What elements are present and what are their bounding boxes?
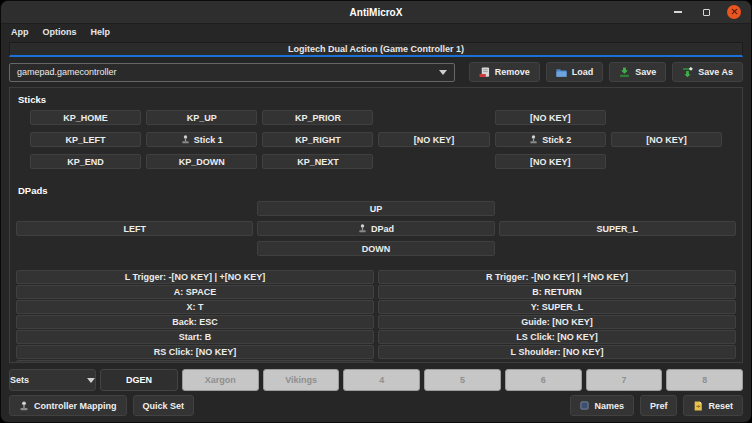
dpad-button[interactable]: DPad [257,221,494,236]
sticks-section-label: Sticks [18,94,737,105]
antimicrox-window: AntiMicroX App Options Help Logitech Dua… [0,0,752,423]
quick-set-label: Quick Set [143,401,185,411]
chevron-down-icon [439,70,447,75]
stick1-up-right-button[interactable]: KP_PRIOR [262,110,373,125]
maximize-icon [703,9,710,16]
stick1-down-button[interactable]: KP_DOWN [146,154,257,169]
stick2-down-button[interactable]: [NO KEY] [495,154,606,169]
close-icon [727,5,741,19]
footer-bar: Controller Mapping Quick Set Names Pref … [9,395,743,416]
menu-app[interactable]: App [4,27,36,37]
save-as-button[interactable]: Save As [672,62,743,82]
set-tab-6[interactable]: 6 [505,369,582,391]
guide-button[interactable]: Guide: [NO KEY] [378,315,736,329]
stick1-down-left-button[interactable]: KP_END [30,154,141,169]
reset-label: Reset [708,401,733,411]
controller-tab-bar: Logitech Dual Action (Game Controller 1) [1,39,751,57]
sets-dropdown-label: Sets [10,375,29,385]
r-trigger-button[interactable]: R Trigger: -[NO KEY] | +[NO KEY] [378,270,736,284]
save-download-icon [619,67,630,78]
dpad-up-button[interactable]: UP [257,201,494,216]
stick1-button[interactable]: Stick 1 [146,132,257,147]
stick1-left-button[interactable]: KP_LEFT [30,132,141,147]
l-shoulder-button[interactable]: L Shoulder: [NO KEY] [378,345,736,359]
profile-combobox-value: gamepad.gamecontroller [17,67,117,77]
menu-options[interactable]: Options [36,27,84,37]
stick2-button-label: Stick 2 [542,135,571,145]
start-button[interactable]: Start: B [16,330,374,344]
a-button[interactable]: A: SPACE [16,285,374,299]
maximize-button[interactable] [698,4,714,20]
set-tab-7[interactable]: 7 [586,369,663,391]
load-button[interactable]: Load [546,62,604,82]
dpad-down-button[interactable]: DOWN [257,241,494,256]
stick1-up-left-button[interactable]: KP_HOME [30,110,141,125]
rs-click-button[interactable]: RS Click: [NO KEY] [16,345,374,359]
dpad-row-middle: LEFT DPad SUPER_L [16,221,736,236]
stick2-button[interactable]: Stick 2 [495,132,606,147]
close-button[interactable] [726,4,742,20]
profile-combobox[interactable]: gamepad.gamecontroller [9,63,455,82]
stick1-up-button[interactable]: KP_UP [146,110,257,125]
set-tab-dgen[interactable]: DGEN [100,369,178,391]
ls-click-button[interactable]: LS Click: [NO KEY] [378,330,736,344]
controller-buttons-grid: L Trigger: -[NO KEY] | +[NO KEY] R Trigg… [15,270,737,363]
dpads-section-label: DPads [18,185,737,196]
set-tab-8[interactable]: 8 [666,369,743,391]
y-button[interactable]: Y: SUPER_L [378,300,736,314]
set-tab-xargon[interactable]: Xargon [182,369,259,391]
names-button[interactable]: Names [570,395,634,416]
menu-help[interactable]: Help [84,27,118,37]
sets-bar: Sets DGEN Xargon Vikings 4 5 6 7 8 [9,369,743,391]
remove-button-label: Remove [495,67,530,77]
mapping-panel: Sticks KP_HOME KP_UP KP_PRIOR [NO KEY] K… [9,87,743,363]
back-button[interactable]: Back: ESC [16,315,374,329]
names-label: Names [594,401,624,411]
quick-set-button[interactable]: Quick Set [133,395,195,416]
controller-mapping-button[interactable]: Controller Mapping [9,395,127,416]
controller-mapping-label: Controller Mapping [34,401,117,411]
b-button[interactable]: B: RETURN [378,285,736,299]
pref-label: Pref [650,401,668,411]
profile-bar: gamepad.gamecontroller Remove Load Save [9,62,743,82]
joystick-icon [529,135,538,144]
stick2-left-button[interactable]: [NO KEY] [378,132,489,147]
load-button-label: Load [572,67,594,77]
minimize-button[interactable] [670,4,686,20]
set-tab-vikings[interactable]: Vikings [263,369,340,391]
save-button-label: Save [635,67,656,77]
remove-button[interactable]: Remove [469,62,540,82]
sets-dropdown[interactable]: Sets [9,369,96,391]
window-title: AntiMicroX [1,7,751,18]
set-tab-4[interactable]: 4 [343,369,420,391]
dpad-left-button[interactable]: LEFT [16,221,253,236]
chevron-down-icon [87,378,95,383]
joystick-icon [19,401,29,411]
titlebar: AntiMicroX [1,1,751,24]
joystick-icon [358,224,367,233]
minimize-icon [674,11,682,13]
save-button[interactable]: Save [609,62,666,82]
r-shoulder-button[interactable]: R Shoulder: SPACE [16,360,374,363]
stick1-down-right-button[interactable]: KP_NEXT [262,154,373,169]
set-tab-5[interactable]: 5 [424,369,501,391]
l-trigger-button[interactable]: L Trigger: -[NO KEY] | +[NO KEY] [16,270,374,284]
stick-row-middle: KP_LEFT Stick 1 KP_RIGHT [NO KEY] Stick … [30,132,722,147]
pref-button[interactable]: Pref [640,395,678,416]
dpad-button-label: DPad [371,224,394,234]
x-button[interactable]: X: T [16,300,374,314]
stick1-right-button[interactable]: KP_RIGHT [262,132,373,147]
controller-tab[interactable]: Logitech Dual Action (Game Controller 1) [9,42,743,57]
reset-button[interactable]: Reset [683,395,743,416]
save-as-button-label: Save As [698,67,733,77]
toggle-box-icon [580,401,589,410]
dpad-right-button[interactable]: SUPER_L [499,221,736,236]
document-remove-icon [479,67,490,78]
stick-row-bottom: KP_END KP_DOWN KP_NEXT [NO KEY] [30,154,722,169]
window-controls [670,4,751,20]
reset-document-icon [693,401,703,411]
stick2-right-button[interactable]: [NO KEY] [611,132,722,147]
folder-open-icon [556,67,567,78]
joystick-icon [181,135,190,144]
stick2-up-button[interactable]: [NO KEY] [495,110,606,125]
